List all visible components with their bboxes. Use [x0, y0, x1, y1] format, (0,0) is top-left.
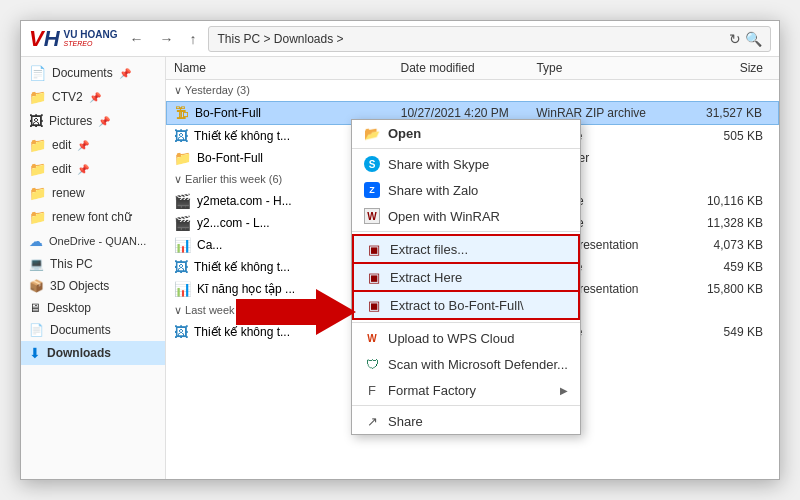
extract-to-icon: ▣	[366, 297, 382, 313]
thispc-icon: 💻	[29, 257, 44, 271]
menu-item-label: Share	[388, 414, 423, 429]
column-headers: Name Date modified Type Size	[166, 57, 779, 80]
file-size-cell: 15,800 KB	[672, 282, 771, 296]
downloads-icon: ⬇	[29, 345, 41, 361]
documents2-icon: 📄	[29, 323, 44, 337]
menu-item-label: Share with Zalo	[388, 183, 478, 198]
logo: V H VU HOANG STEREO	[29, 28, 117, 50]
forward-button[interactable]: →	[155, 29, 177, 49]
defender-icon: 🛡	[364, 356, 380, 372]
sidebar-item-ctv2[interactable]: 📁 CTV2 📌	[21, 85, 165, 109]
address-bar[interactable]: This PC > Downloads > ↻ 🔍	[208, 26, 771, 52]
menu-item-upload-wps[interactable]: W Upload to WPS Cloud	[352, 325, 580, 351]
file-name-text: Bo-Font-Full	[197, 151, 263, 165]
sidebar-item-desktop[interactable]: 🖥 Desktop	[21, 297, 165, 319]
sidebar-item-label: This PC	[50, 257, 93, 271]
address-bar-right: ↻ 🔍	[729, 31, 762, 47]
sidebar-item-label: edit	[52, 138, 71, 152]
sidebar-item-label: Desktop	[47, 301, 91, 315]
menu-item-label: Extract Here	[390, 270, 462, 285]
sidebar-item-thispc[interactable]: 💻 This PC	[21, 253, 165, 275]
title-bar: V H VU HOANG STEREO ← → ↑ This PC > Down…	[21, 21, 779, 57]
file-size-cell: 4,073 KB	[672, 238, 771, 252]
menu-item-winrar[interactable]: W Open with WinRAR	[352, 203, 580, 229]
logo-h-letter: H	[44, 28, 60, 50]
mp4-icon: 🎬	[174, 193, 191, 209]
sidebar-item-pictures[interactable]: 🖼 Pictures 📌	[21, 109, 165, 133]
sidebar-item-edit1[interactable]: 📁 edit 📌	[21, 133, 165, 157]
sidebar-item-edit2[interactable]: 📁 edit 📌	[21, 157, 165, 181]
logo-vu-hoang: VU HOANG	[64, 30, 118, 40]
sidebar-item-downloads[interactable]: ⬇ Downloads	[21, 341, 165, 365]
menu-item-extract-here[interactable]: ▣ Extract Here	[352, 264, 580, 292]
file-name-text: Bo-Font-Full	[195, 106, 261, 120]
3dobjects-icon: 📦	[29, 279, 44, 293]
refresh-button[interactable]: ↻	[729, 31, 741, 47]
file-size-cell: 31,527 KB	[672, 106, 770, 120]
file-name-text: Thiết kế không t...	[194, 129, 290, 143]
context-menu: 📂 Open S Share with Skype Z Share with Z…	[351, 119, 581, 435]
edit-icon: 📁	[29, 137, 46, 153]
jpg-icon: 🖼	[174, 128, 188, 144]
menu-separator	[352, 405, 580, 406]
file-name-text: y2...com - L...	[197, 216, 270, 230]
menu-item-label: Upload to WPS Cloud	[388, 331, 514, 346]
edit-icon: 📁	[29, 161, 46, 177]
menu-item-zalo[interactable]: Z Share with Zalo	[352, 177, 580, 203]
menu-separator	[352, 148, 580, 149]
menu-item-label: Share with Skype	[388, 157, 489, 172]
share-icon: ↗	[364, 413, 380, 429]
content-area: 📄 Documents 📌 📁 CTV2 📌 🖼 Pictures 📌 📁 ed…	[21, 57, 779, 479]
file-name-text: Thiết kế không t...	[194, 260, 290, 274]
sidebar-item-3dobjects[interactable]: 📦 3D Objects	[21, 275, 165, 297]
search-button[interactable]: 🔍	[745, 31, 762, 47]
back-button[interactable]: ←	[125, 29, 147, 49]
menu-item-label: Extract files...	[390, 242, 468, 257]
up-button[interactable]: ↑	[185, 29, 200, 49]
file-size-cell: 10,116 KB	[672, 194, 771, 208]
sidebar-item-renew[interactable]: 📁 renew	[21, 181, 165, 205]
extract-files-icon: ▣	[366, 241, 382, 257]
file-area: Name Date modified Type Size ∨ Yesterday…	[166, 57, 779, 479]
menu-item-open[interactable]: 📂 Open	[352, 120, 580, 146]
pin-icon: 📌	[77, 164, 89, 175]
menu-separator	[352, 231, 580, 232]
sidebar-item-label: Documents	[50, 323, 111, 337]
sidebar-item-label: Downloads	[47, 346, 111, 360]
zalo-icon: Z	[364, 182, 380, 198]
file-type-cell: WinRAR ZIP archive	[536, 106, 671, 120]
sidebar-item-label: Documents	[52, 66, 113, 80]
sidebar-item-renew-font[interactable]: 📁 renew font chữ	[21, 205, 165, 229]
menu-item-defender[interactable]: 🛡 Scan with Microsoft Defender...	[352, 351, 580, 377]
sidebar-item-documents[interactable]: 📄 Documents 📌	[21, 61, 165, 85]
pictures-icon: 🖼	[29, 113, 43, 129]
file-name-text: Ca...	[197, 238, 222, 252]
menu-item-format-factory[interactable]: F Format Factory ▶	[352, 377, 580, 403]
menu-item-extract-to[interactable]: ▣ Extract to Bo-Font-Full\	[352, 292, 580, 320]
winrar-icon: W	[364, 208, 380, 224]
sidebar-item-documents2[interactable]: 📄 Documents	[21, 319, 165, 341]
menu-item-share[interactable]: ↗ Share	[352, 408, 580, 434]
menu-item-extract-files[interactable]: ▣ Extract files...	[352, 234, 580, 264]
pin-icon: 📌	[89, 92, 101, 103]
menu-item-skype[interactable]: S Share with Skype	[352, 151, 580, 177]
renew-icon: 📁	[29, 185, 46, 201]
ctv2-icon: 📁	[29, 89, 46, 105]
file-date-cell: 10/27/2021 4:20 PM	[401, 106, 536, 120]
pin-icon: 📌	[98, 116, 110, 127]
pptx-icon: 📊	[174, 281, 191, 297]
sidebar-item-label: renew font chữ	[52, 210, 132, 224]
file-name-text: y2meta.com - H...	[197, 194, 292, 208]
sidebar: 📄 Documents 📌 📁 CTV2 📌 🖼 Pictures 📌 📁 ed…	[21, 57, 166, 479]
factory-icon: F	[364, 382, 380, 398]
sidebar-item-onedrive[interactable]: ☁ OneDrive - QUAN...	[21, 229, 165, 253]
submenu-arrow-icon: ▶	[560, 385, 568, 396]
extract-here-icon: ▣	[366, 269, 382, 285]
documents-icon: 📄	[29, 65, 46, 81]
file-size-cell: 11,328 KB	[672, 216, 771, 230]
col-date-header: Date modified	[401, 61, 537, 75]
pptx-icon: 📊	[174, 237, 191, 253]
skype-icon: S	[364, 156, 380, 172]
menu-item-label: Open	[388, 126, 421, 141]
pin-icon: 📌	[119, 68, 131, 79]
